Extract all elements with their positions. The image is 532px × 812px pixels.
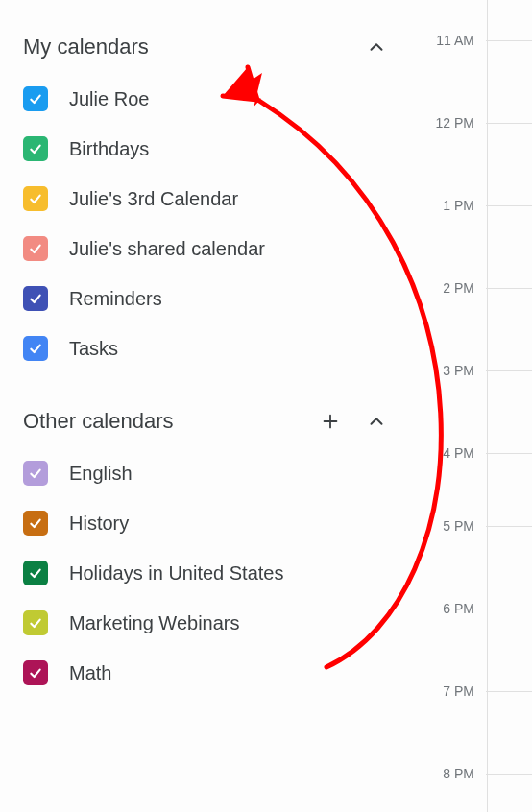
calendar-label: Julie's shared calendar — [69, 238, 265, 260]
calendar-label: Math — [69, 662, 111, 684]
calendar-checkbox[interactable] — [23, 86, 48, 111]
chevron-up-icon[interactable] — [365, 410, 388, 433]
calendar-checkbox[interactable] — [23, 561, 48, 585]
time-gridline — [486, 526, 532, 527]
calendar-label: Reminders — [69, 288, 162, 310]
time-label: 11 AM — [417, 33, 474, 48]
time-row: 6 PM — [417, 601, 532, 616]
other-calendar-item[interactable]: Marketing Webinars — [23, 610, 388, 635]
time-row: 7 PM — [417, 683, 532, 699]
my-calendar-item[interactable]: Julie Roe — [23, 86, 388, 111]
calendar-checkbox[interactable] — [23, 336, 48, 361]
time-row: 11 AM — [417, 33, 532, 48]
calendar-checkbox[interactable] — [23, 461, 48, 486]
time-gridline — [486, 370, 532, 371]
time-gridline — [486, 691, 532, 692]
time-row: 2 PM — [417, 280, 532, 296]
calendar-label: Marketing Webinars — [69, 612, 239, 634]
chevron-up-icon[interactable] — [365, 36, 388, 59]
time-gridline — [486, 40, 532, 41]
time-label: 2 PM — [417, 280, 474, 296]
time-label: 8 PM — [417, 766, 474, 781]
calendar-checkbox[interactable] — [23, 236, 48, 261]
other-calendar-item[interactable]: History — [23, 511, 388, 536]
my-calendar-item[interactable]: Reminders — [23, 286, 388, 311]
time-label: 5 PM — [417, 518, 474, 534]
time-label: 6 PM — [417, 601, 474, 616]
time-gridline — [486, 453, 532, 454]
my-calendars-title: My calendars — [23, 35, 149, 60]
time-gridline — [486, 288, 532, 289]
calendar-label: Julie's 3rd Calendar — [69, 188, 238, 210]
time-label: 3 PM — [417, 363, 474, 378]
time-label: 7 PM — [417, 683, 474, 699]
my-calendar-item[interactable]: Tasks — [23, 336, 388, 361]
calendar-checkbox[interactable] — [23, 660, 48, 685]
calendar-label: History — [69, 513, 129, 535]
other-calendar-item[interactable]: Math — [23, 660, 388, 685]
time-row: 12 PM — [417, 115, 532, 131]
time-row: 4 PM — [417, 445, 532, 461]
calendar-label: Julie Roe — [69, 88, 149, 110]
time-label: 12 PM — [417, 115, 474, 131]
time-label: 4 PM — [417, 445, 474, 461]
my-calendar-item[interactable]: Birthdays — [23, 136, 388, 161]
time-gridline — [486, 774, 532, 775]
my-calendars-header[interactable]: My calendars — [23, 35, 388, 60]
plus-icon[interactable] — [319, 410, 342, 433]
calendar-checkbox[interactable] — [23, 286, 48, 311]
time-row: 1 PM — [417, 198, 532, 213]
time-row: 5 PM — [417, 518, 532, 534]
time-label: 1 PM — [417, 198, 474, 213]
calendar-checkbox[interactable] — [23, 610, 48, 635]
other-calendar-item[interactable]: Holidays in United States — [23, 561, 388, 585]
time-row: 8 PM — [417, 766, 532, 781]
calendar-checkbox[interactable] — [23, 186, 48, 211]
time-row: 3 PM — [417, 363, 532, 378]
my-calendar-item[interactable]: Julie's shared calendar — [23, 236, 388, 261]
calendar-label: Holidays in United States — [69, 562, 283, 585]
time-gridline — [486, 205, 532, 206]
calendar-label: English — [69, 463, 133, 485]
calendar-label: Birthdays — [69, 138, 149, 160]
calendar-checkbox[interactable] — [23, 511, 48, 536]
other-calendars-title: Other calendars — [23, 409, 174, 434]
other-calendars-header[interactable]: Other calendars — [23, 409, 388, 434]
time-gridline — [486, 609, 532, 609]
other-calendar-item[interactable]: English — [23, 461, 388, 486]
time-gridline — [486, 123, 532, 124]
my-calendar-item[interactable]: Julie's 3rd Calendar — [23, 186, 388, 211]
calendar-checkbox[interactable] — [23, 136, 48, 161]
calendar-label: Tasks — [69, 338, 118, 360]
